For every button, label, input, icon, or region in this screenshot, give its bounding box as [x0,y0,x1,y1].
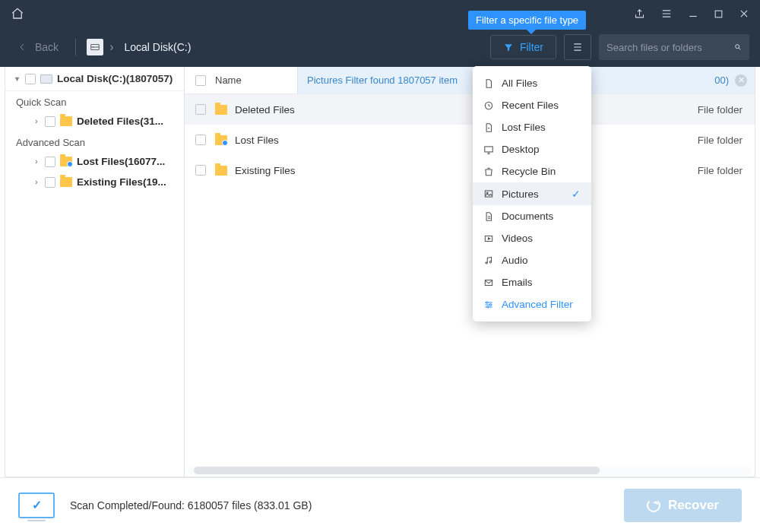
chevron-right-icon[interactable]: › [33,178,40,186]
minimize-icon[interactable] [688,8,698,19]
option-icon [483,188,494,199]
option-label: Pictures [502,188,539,200]
tree-item[interactable]: ›Lost Files(16077... [5,151,184,172]
filter-option-emails[interactable]: Emails [473,271,591,293]
close-notice-icon[interactable]: ✕ [735,74,747,87]
chevron-right-icon[interactable]: › [33,117,40,125]
recover-button[interactable]: Recover [624,489,742,522]
tree-root[interactable]: ▾ Local Disk(C:)(1807057) [5,67,184,91]
svg-rect-5 [485,146,493,151]
checkbox[interactable] [195,104,206,115]
notice-text: Pictures Filter found 1807057 item [307,74,458,86]
option-icon [483,255,494,266]
checkbox[interactable] [45,157,55,167]
filter-option-audio[interactable]: Audio [473,249,591,271]
option-label: Documents [502,211,553,222]
tree-item[interactable]: ›Existing Files(19... [5,172,184,192]
select-all-checkbox[interactable] [195,75,206,86]
table-row[interactable]: Deleted FilesFile folder [185,94,755,125]
filter-option-recycle-bin[interactable]: Recycle Bin [473,160,591,182]
sidebar: ▾ Local Disk(C:)(1807057) Quick Scan›Del… [5,67,185,477]
checkbox[interactable] [195,165,206,176]
search-box[interactable] [599,34,749,60]
share-icon[interactable] [634,8,645,20]
tree-item-label: Existing Files(19... [77,176,166,188]
option-icon [483,78,494,89]
folder-icon [60,157,72,166]
filter-button[interactable]: Filter [490,35,556,59]
search-input[interactable] [606,42,734,53]
filter-option-all-files[interactable]: All Files [473,72,591,94]
filter-option-videos[interactable]: Videos [473,227,591,249]
option-icon [483,211,494,222]
filter-tooltip: Filter a specific file type [468,11,586,30]
footer: Scan Completed/Found: 6180057 files (833… [0,477,760,532]
svg-rect-0 [715,11,722,17]
main: ▾ Local Disk(C:)(1807057) Quick Scan›Del… [5,67,755,477]
maximize-icon[interactable] [714,9,724,19]
table-row[interactable]: Lost FilesFile folder [185,125,755,155]
advanced-label: Advanced Filter [502,299,573,310]
option-icon [483,144,494,155]
search-icon[interactable] [734,40,742,54]
filter-dropdown: All FilesRecent FilesLost FilesDesktopRe… [473,66,591,321]
scrollbar-thumb[interactable] [194,467,600,474]
breadcrumb[interactable]: Local Disk(C:) [124,41,191,53]
back-label: Back [35,41,59,53]
back-button[interactable]: Back [11,38,65,56]
row-name: Deleted Files [235,104,295,116]
tree-item-label: Deleted Files(31... [77,116,163,127]
notice-tail: 00) [714,74,729,86]
option-label: Desktop [502,144,540,155]
chevron-down-icon[interactable]: ▾ [13,74,21,83]
scan-complete-icon [18,492,55,518]
tree-root-label: Local Disk(C:)(1807057) [57,73,173,84]
checkbox[interactable] [45,116,55,127]
advanced-filter-link[interactable]: Advanced Filter [473,293,591,315]
drive-icon [87,39,103,55]
checkbox[interactable] [195,135,206,145]
sliders-icon [483,299,494,310]
horizontal-scrollbar[interactable] [188,466,752,475]
folder-icon [215,166,227,176]
option-label: Videos [502,233,533,244]
checkbox[interactable] [45,177,55,188]
tree-item-label: Lost Files(16077... [77,156,165,167]
filter-option-desktop[interactable]: Desktop [473,138,591,160]
close-icon[interactable] [739,8,749,19]
option-label: Recent Files [502,100,559,111]
checkbox[interactable] [25,74,36,84]
option-label: All Files [502,78,537,89]
filter-label: Filter [520,41,543,53]
recover-label: Recover [668,498,719,513]
filter-option-recent-files[interactable]: Recent Files [473,94,591,116]
row-type: File folder [698,104,755,116]
svg-point-14 [487,306,489,307]
svg-point-3 [736,45,739,49]
option-label: Audio [502,255,528,266]
folder-icon [60,177,72,187]
filter-option-lost-files[interactable]: Lost Files [473,116,591,138]
menu-icon[interactable] [660,8,673,19]
option-icon [483,166,494,177]
filter-option-documents[interactable]: Documents [473,205,591,227]
svg-point-10 [489,261,491,262]
row-name: Lost Files [235,135,279,146]
home-icon[interactable] [11,7,24,21]
filter-option-pictures[interactable]: Pictures✓ [473,182,591,205]
view-toggle-button[interactable] [564,34,591,60]
table-row[interactable]: Existing FilesFile folder [185,155,755,185]
column-name[interactable]: Name [215,74,242,86]
folder-icon [215,135,227,145]
titlebar [0,0,760,27]
separator [75,39,76,55]
list-header: Name Pictures Filter found 1807057 item … [185,67,755,94]
svg-point-13 [489,303,491,305]
row-name: Existing Files [235,165,296,176]
option-icon [483,122,494,133]
tree-item[interactable]: ›Deleted Files(31... [5,111,184,131]
row-type: File folder [698,135,755,146]
svg-rect-6 [485,191,492,197]
row-type: File folder [698,165,755,176]
chevron-right-icon[interactable]: › [33,157,40,166]
